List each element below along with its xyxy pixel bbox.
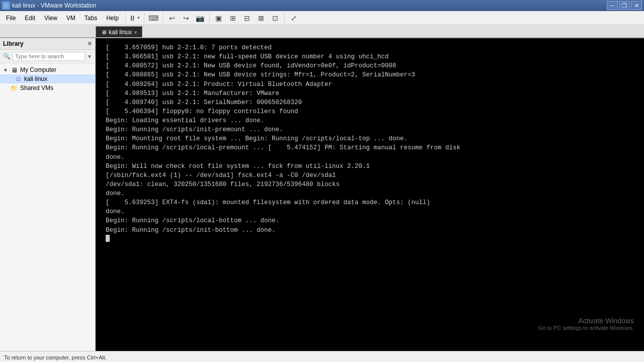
sidebar-search-area: 🔍 ▼ [0, 50, 95, 63]
stretch-icon: ⤢ [291, 14, 297, 22]
window-title: kali linux - VMware Workstation [12, 2, 96, 9]
undo-icon: ↩ [169, 14, 175, 22]
tree-item-shared-vms[interactable]: 📁 Shared VMs [0, 83, 95, 93]
boot-line: done. [106, 153, 634, 162]
toolbar-separator-3 [163, 13, 163, 23]
boot-line: Begin: Running /scripts/local-bottom ...… [106, 216, 634, 225]
tree-label-my-computer: My Computer [20, 66, 56, 73]
tree-toggle-my-computer: ▼ [3, 67, 8, 73]
search-input[interactable] [13, 52, 85, 61]
search-icon: 🔍 [3, 53, 11, 60]
redo-icon: ↪ [183, 14, 189, 22]
activate-windows-title: Activate Windows [538, 317, 634, 325]
boot-line: [ 4.089264] usb 2-2.1: Product: Virtual … [106, 80, 634, 89]
close-button[interactable]: ✕ [631, 1, 642, 10]
pause-icon: ⏸ [129, 14, 136, 22]
tab-vm-icon: 🖥 [101, 29, 107, 35]
title-bar: ⬡ kali linux - VMware Workstation ─ ❐ ✕ [0, 0, 644, 11]
power-dropdown-arrow: ▼ [136, 16, 140, 20]
vm-icon: ⊡ [14, 75, 22, 82]
toolbar-separator-2 [144, 13, 144, 23]
menu-vm[interactable]: VM [62, 13, 79, 23]
unity-icon: ⊞ [230, 14, 236, 22]
keyboard-icon: ⌨ [148, 14, 158, 22]
view-single-button[interactable]: ⊟ [240, 12, 254, 24]
boot-line: Begin: Will now check root file system .… [106, 162, 634, 171]
tree-item-my-computer[interactable]: ▼ 🖥 My Computer [0, 65, 95, 74]
redo-snapshot-button[interactable]: ↪ [180, 12, 193, 24]
toolbar-separator-5 [284, 13, 285, 23]
boot-line: done. [106, 189, 634, 198]
title-bar-controls[interactable]: ─ ❐ ✕ [607, 1, 642, 10]
undo-snapshot-button[interactable]: ↩ [166, 12, 179, 24]
shared-icon: 📁 [10, 84, 18, 92]
sidebar-close-button[interactable]: ✕ [87, 40, 92, 47]
boot-line: [ 5.639253] EXT4-fs (sda1): mounted file… [106, 198, 634, 207]
boot-line: [ 4.080865] usb 2-2.1: New USB device st… [106, 70, 634, 79]
view-tab-button[interactable]: ⊡ [269, 12, 282, 24]
boot-line: [ 3.966501] usb 2-2.1: new full-speed US… [106, 52, 634, 61]
boot-line: Begin: Running /scripts/init-premount ..… [106, 125, 634, 134]
boot-output: [ 3.657059] hub 2-2:1.0: 7 ports detecte… [96, 43, 644, 242]
tree-label-kali-linux: kali linux [24, 75, 47, 82]
snapshot-icon: 📷 [196, 14, 204, 22]
toolbar-separator-4 [209, 13, 210, 23]
stretch-button[interactable]: ⤢ [287, 12, 300, 24]
menu-bar: File Edit View VM Tabs Help ⏸ ▼ ⌨ ↩ ↪ 📷 … [0, 11, 644, 25]
vm-screen: [ 3.657059] hub 2-2:1.0: 7 ports detecte… [96, 38, 644, 351]
split-icon: ⊠ [258, 14, 264, 22]
sidebar: Library ✕ 🔍 ▼ ▼ 🖥 My Computer ⊡ kali lin… [0, 38, 96, 351]
boot-line: /dev/sda1: clean, 320250/1351680 files, … [106, 180, 634, 189]
menu-tabs[interactable]: Tabs [80, 13, 101, 23]
boot-line: [/sbin/fsck.ext4 (1) -- /dev/sda1] fsck.… [106, 171, 634, 180]
fullscreen-icon: ▣ [215, 14, 222, 22]
boot-line: [ 5.406394] floppy0: no floppy controlle… [106, 107, 634, 116]
tab-icon: ⊡ [272, 14, 278, 22]
menu-file[interactable]: File [2, 13, 20, 23]
search-dropdown-button[interactable]: ▼ [87, 54, 92, 59]
tab-kali-linux[interactable]: 🖥 kali linux × [96, 26, 142, 37]
send-ctrl-alt-del-button[interactable]: ⌨ [147, 12, 160, 24]
menu-edit[interactable]: Edit [21, 13, 39, 23]
boot-line: [ 4.080572] usb 2-2.1: New USB device fo… [106, 61, 634, 70]
vm-area[interactable]: [ 3.657059] hub 2-2:1.0: 7 ports detecte… [96, 38, 644, 351]
main-area: Library ✕ 🔍 ▼ ▼ 🖥 My Computer ⊡ kali lin… [0, 38, 644, 351]
terminal-cursor [106, 235, 110, 242]
boot-line: Begin: Mounting root file system ... Beg… [106, 134, 634, 143]
tab-label: kali linux [109, 29, 132, 36]
app-icon: ⬡ [2, 2, 10, 10]
boot-line: [ 3.657059] hub 2-2:1.0: 7 ports detecte… [106, 43, 634, 52]
cursor-line [106, 235, 634, 242]
minimize-button[interactable]: ─ [607, 1, 618, 10]
tree-item-kali-linux[interactable]: ⊡ kali linux [0, 74, 95, 83]
boot-line: Begin: Loading essential drivers ... don… [106, 116, 634, 125]
boot-line: Begin: Running /scripts/local-premount .… [106, 143, 634, 152]
take-snapshot-button[interactable]: 📷 [194, 12, 207, 24]
activate-windows-sub: Go to PC settings to activate Windows. [538, 325, 634, 331]
boot-line: [ 4.089740] usb 2-2.1: SerialNumber: 000… [106, 98, 634, 107]
single-icon: ⊟ [244, 14, 250, 22]
activate-windows-watermark: Activate Windows Go to PC settings to ac… [538, 317, 634, 331]
power-button[interactable]: ⏸ ▼ [128, 12, 141, 24]
view-unity-button[interactable]: ⊞ [226, 12, 239, 24]
tab-bar: 🖥 kali linux × [0, 25, 644, 38]
tab-close-button[interactable]: × [134, 29, 137, 35]
status-text: To return to your computer, press Ctrl+A… [4, 354, 107, 360]
toolbar-separator-1 [125, 13, 126, 23]
sidebar-header: Library ✕ [0, 38, 95, 50]
computer-icon: 🖥 [10, 66, 18, 73]
status-bar: To return to your computer, press Ctrl+A… [0, 351, 644, 362]
view-split-button[interactable]: ⊠ [255, 12, 268, 24]
menu-view[interactable]: View [40, 13, 61, 23]
boot-line: Begin: Running /scripts/init-bottom ... … [106, 226, 634, 235]
sidebar-title: Library [3, 40, 24, 47]
tree-label-shared-vms: Shared VMs [20, 84, 53, 92]
boot-line: done. [106, 207, 634, 216]
boot-line: [ 4.089513] usb 2-2.1: Manufacturer: VMw… [106, 89, 634, 98]
library-tree: ▼ 🖥 My Computer ⊡ kali linux 📁 Shared VM… [0, 63, 95, 351]
title-bar-left: ⬡ kali linux - VMware Workstation [2, 2, 96, 10]
view-fullscreen-button[interactable]: ▣ [212, 12, 225, 24]
restore-button[interactable]: ❐ [619, 1, 630, 10]
menu-help[interactable]: Help [102, 13, 123, 23]
